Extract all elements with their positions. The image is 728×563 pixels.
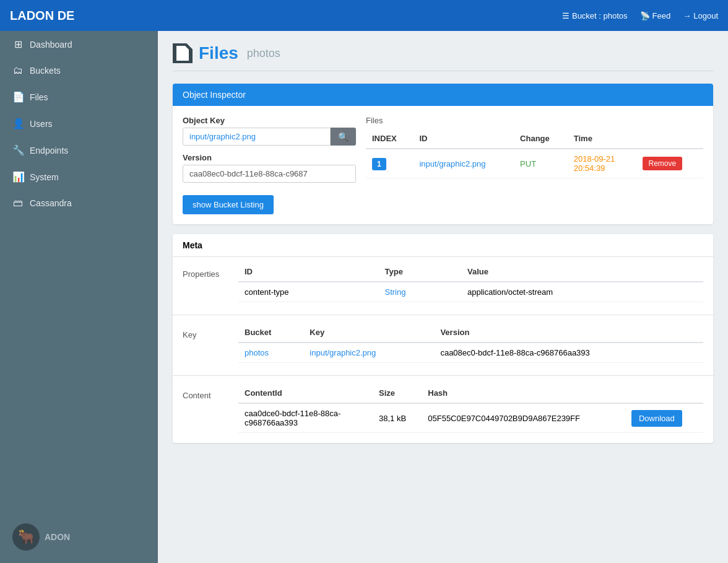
meta-card: Meta Properties ID Type Value: [173, 234, 713, 443]
object-inspector-card: Object Inspector Object Key 🔍 Version: [173, 84, 713, 224]
col-action: [636, 129, 703, 149]
download-button[interactable]: Download: [631, 410, 682, 427]
top-navigation: LADON DE ☰ Bucket : photos 📡 Feed → Logo…: [0, 0, 728, 31]
properties-label: Properties: [183, 262, 238, 302]
sidebar-item-buckets[interactable]: 🗂 Buckets: [0, 58, 158, 84]
object-inspector-header: Object Inspector: [173, 84, 713, 106]
bucket-selector[interactable]: ☰ Bucket : photos: [562, 11, 628, 20]
page-header-icon: [173, 43, 193, 63]
key-table: Bucket Key Version photos input/graphic2…: [238, 323, 703, 363]
version-input[interactable]: [183, 165, 356, 183]
layout: ⊞ Dashboard 🗂 Buckets 📄 Files 👤 Users 🔧 …: [0, 31, 728, 563]
sidebar-item-label: Buckets: [30, 66, 61, 76]
sidebar-item-system[interactable]: 📊 System: [0, 164, 158, 190]
page-subtitle: photos: [247, 47, 280, 60]
properties-table-wrap: ID Type Value content-type String applic…: [238, 262, 703, 302]
key-col-version: Version: [434, 323, 703, 343]
object-key-input-group: 🔍: [183, 128, 356, 146]
table-row: photos input/graphic2.png caa08ec0-bdcf-…: [238, 343, 703, 363]
version-label: Version: [183, 153, 356, 162]
key-table-wrap: Bucket Key Version photos input/graphic2…: [238, 323, 703, 363]
files-label: Files: [366, 116, 703, 125]
content-col-id: ContentId: [238, 383, 373, 403]
sidebar-item-files[interactable]: 📄 Files: [0, 84, 158, 110]
object-key-input[interactable]: [183, 128, 331, 146]
props-col-type: Type: [379, 262, 462, 282]
cell-time: 2018-09-2120:54:39: [568, 149, 636, 178]
remove-button[interactable]: Remove: [643, 157, 683, 170]
cassandra-icon: 🗃: [12, 198, 24, 209]
sidebar-item-endpoints[interactable]: 🔧 Endpoints: [0, 137, 158, 164]
col-time: Time: [568, 129, 636, 149]
brand-logo: LADON DE: [10, 9, 74, 23]
props-cell-type: String: [379, 282, 462, 302]
content-cell-action: Download: [625, 403, 703, 433]
key-col-bucket: Bucket: [238, 323, 303, 343]
content-cell-size: 38,1 kB: [373, 403, 422, 433]
table-header-row: INDEX ID Change Time: [366, 129, 703, 149]
content-table: ContentId Size Hash caa0dce0-bdcf-11e8-8…: [238, 383, 703, 433]
content-col-size: Size: [373, 383, 422, 403]
system-icon: 📊: [12, 171, 24, 183]
key-header-row: Bucket Key Version: [238, 323, 703, 343]
sidebar-item-label: System: [30, 172, 59, 182]
sidebar-item-users[interactable]: 👤 Users: [0, 110, 158, 137]
meta-key-section: Key Bucket Key Version: [173, 318, 713, 373]
logout-link[interactable]: → Logout: [683, 11, 718, 20]
search-button[interactable]: 🔍: [331, 128, 356, 146]
props-cell-value: application/octet-stream: [461, 282, 703, 302]
content-header-row: ContentId Size Hash: [238, 383, 703, 403]
cell-index: 1: [366, 149, 413, 178]
col-index: INDEX: [366, 129, 413, 149]
content-col-action: [625, 383, 703, 403]
col-id: ID: [413, 129, 514, 149]
object-key-label: Object Key: [183, 116, 356, 125]
content-table-wrap: ContentId Size Hash caa0dce0-bdcf-11e8-8…: [238, 383, 703, 433]
inspector-content: Object Key 🔍 Version show Bucket Listing: [173, 106, 713, 224]
properties-table: ID Type Value content-type String applic…: [238, 262, 703, 302]
props-col-id: ID: [238, 262, 379, 282]
sidebar-item-cassandra[interactable]: 🗃 Cassandra: [0, 190, 158, 216]
version-group: Version: [183, 153, 356, 183]
endpoints-icon: 🔧: [12, 144, 24, 156]
cell-change: PUT: [514, 149, 568, 178]
key-cell-version: caa08ec0-bdcf-11e8-88ca-c968766aa393: [434, 343, 703, 363]
key-cell-key: input/graphic2.png: [303, 343, 434, 363]
sidebar: ⊞ Dashboard 🗂 Buckets 📄 Files 👤 Users 🔧 …: [0, 31, 158, 563]
key-col-key: Key: [303, 323, 434, 343]
sidebar-item-label: Endpoints: [30, 146, 68, 155]
meta-header: Meta: [173, 234, 713, 257]
key-cell-bucket: photos: [238, 343, 303, 363]
main-content: Files photos Object Inspector Object Key…: [158, 31, 728, 563]
content-cell-hash: 05F55C0E97C0449702B9D9A867E239FF: [422, 403, 625, 433]
table-row: caa0dce0-bdcf-11e8-88ca-c968766aa393 38,…: [238, 403, 703, 433]
sidebar-logo: 🐂 ADON: [0, 511, 158, 563]
cell-action: Remove: [636, 149, 703, 178]
page-title: Files: [199, 43, 238, 63]
props-header-row: ID Type Value: [238, 262, 703, 282]
logo-text: ADON: [45, 532, 70, 542]
files-icon: 📄: [12, 91, 24, 103]
cell-id: input/graphic2.png: [413, 149, 514, 178]
sidebar-item-label: Users: [30, 119, 53, 129]
feed-link[interactable]: 📡 Feed: [640, 11, 671, 20]
object-key-group: Object Key 🔍: [183, 116, 356, 146]
inspector-form: Object Key 🔍 Version show Bucket Listing: [183, 116, 356, 214]
key-label: Key: [183, 323, 238, 363]
dashboard-icon: ⊞: [12, 38, 24, 50]
content-col-hash: Hash: [422, 383, 625, 403]
topnav-right: ☰ Bucket : photos 📡 Feed → Logout: [562, 11, 718, 20]
show-bucket-listing-button[interactable]: show Bucket Listing: [183, 195, 274, 214]
page-header: Files photos: [173, 43, 713, 71]
content-label: Content: [183, 383, 238, 433]
sidebar-item-label: Files: [30, 92, 48, 102]
meta-properties-section: Properties ID Type Value: [173, 257, 713, 312]
col-change: Change: [514, 129, 568, 149]
meta-content-section: Content ContentId Size Hash: [173, 378, 713, 443]
logout-icon: →: [683, 11, 691, 20]
bucket-icon: ☰: [562, 11, 570, 20]
meta-body: Properties ID Type Value: [173, 257, 713, 443]
table-row: 1 input/graphic2.png PUT 2018-09-2120:54…: [366, 149, 703, 178]
sidebar-item-label: Cassandra: [30, 198, 72, 208]
sidebar-item-dashboard[interactable]: ⊞ Dashboard: [0, 31, 158, 58]
